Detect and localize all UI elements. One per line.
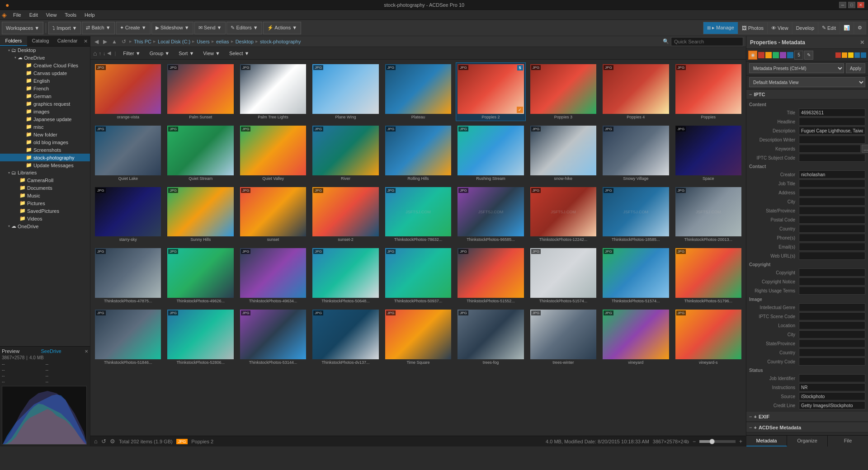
breadcrumb-users[interactable]: Users (197, 39, 210, 44)
thumb-item[interactable]: JPGQuiet Stream (165, 124, 235, 183)
folder-desktop[interactable]: ▾ 🗂 Desktop (0, 47, 90, 54)
thumb-item[interactable]: JPGJSFTSJ.COMThinkstockPhotos-20013... (674, 185, 743, 244)
metadata-preset-select[interactable]: Metadata Presets (Ctrl+M) (749, 63, 844, 73)
phone-input[interactable] (799, 234, 865, 242)
thumb-item[interactable]: JPGJSFTSJ.COMThinkstockPhotos-12242... (528, 185, 598, 244)
folder-libraries[interactable]: ▾ 🗂 Libraries (0, 169, 90, 176)
view-btn[interactable]: View ▼ (199, 48, 224, 58)
thumb-item[interactable]: JPGJSFTSJ.COMThinkstockPhotos-18585... (601, 185, 670, 244)
folder-stock-photography[interactable]: 📁 stock-photography (0, 154, 90, 161)
swatch-blue2[interactable] (861, 52, 866, 58)
folder-english[interactable]: 📁 English (0, 77, 90, 85)
zoom-handle[interactable] (709, 439, 715, 444)
edit-btn[interactable]: ✎ Edit (818, 22, 840, 34)
folder-music[interactable]: 📁 Music (0, 192, 90, 199)
thumb-item[interactable]: JPGJSFTSJ.COMThinkstockPhotos-96585... (456, 185, 525, 244)
address-input[interactable] (799, 188, 865, 197)
zoom-out-btn[interactable]: − (693, 438, 696, 445)
tab-catalog[interactable]: Catalog (27, 36, 54, 46)
keywords-expand-btn[interactable]: … (862, 145, 868, 153)
web-input[interactable] (799, 252, 865, 260)
metadata-view-select[interactable]: Default Metadata View (749, 77, 865, 87)
folder-onedrive2[interactable]: ▾ ☁ OneDrive (0, 222, 90, 230)
country-input[interactable] (799, 225, 865, 233)
keywords-input[interactable] (799, 145, 861, 153)
workspaces-btn[interactable]: Workspaces ▼ (2, 22, 43, 34)
sort-btn[interactable]: Sort ▼ (175, 48, 198, 58)
color-blue2-btn[interactable] (787, 52, 793, 58)
folder-creative-cloud[interactable]: 📁 Creative Cloud Files (0, 61, 90, 69)
color-yellow-btn[interactable] (765, 52, 772, 58)
home-btn[interactable]: ⌂ (93, 50, 97, 57)
thumb-item[interactable]: JPGThinkstockPhotos-53144... (238, 308, 308, 367)
tab-metadata[interactable]: Metadata (746, 436, 787, 446)
folder-savedpictures[interactable]: 📁 SavedPictures (0, 207, 90, 215)
sidebar-close-btn[interactable]: ✕ (81, 36, 90, 46)
preview-close-btn[interactable]: ✕ (85, 349, 88, 354)
tab-calendar[interactable]: Calendar (54, 36, 81, 46)
menu-help[interactable]: Help (81, 11, 99, 19)
thumb-item[interactable]: JPGThinkstockPhotos-dv137... (311, 308, 380, 367)
status-home-btn[interactable]: ⌂ (94, 438, 98, 445)
thumb-item[interactable]: JPGorange-vista (93, 62, 163, 121)
menu-view[interactable]: View (42, 11, 61, 19)
thumb-item[interactable]: JPGPoppies 4 (601, 62, 670, 121)
thumb-item[interactable]: JPGThinkstockPhotos-50648... (311, 246, 380, 305)
status-refresh-btn[interactable]: ↺ (101, 438, 106, 445)
apply-btn[interactable]: Apply (846, 63, 865, 73)
title-input[interactable] (799, 108, 865, 117)
country-code-input[interactable] (799, 357, 865, 366)
sort-desc-btn[interactable]: ↓ (103, 51, 106, 56)
thumb-item[interactable]: JPGPlateau (383, 62, 453, 121)
thumb-item[interactable]: JPGThinkstockPhotos-52806... (165, 308, 235, 367)
breadcrumb-pc[interactable]: This PC (134, 39, 151, 44)
back-btn[interactable]: ◀ (93, 38, 100, 45)
thumb-item[interactable]: JPGSnowy Village (601, 124, 670, 183)
tab-file[interactable]: File (828, 436, 868, 446)
menu-file[interactable]: File (9, 11, 25, 19)
folder-canvas[interactable]: 📁 Canvas update (0, 69, 90, 77)
seedrive-link[interactable]: SeeDrive (41, 348, 61, 354)
thumb-item[interactable]: JPGsunset-2 (311, 185, 380, 244)
exif-header[interactable]: + EXIF (746, 412, 868, 422)
breadcrumb-desktop[interactable]: Desktop (236, 39, 254, 44)
photos-btn[interactable]: 🖼 Photos (738, 22, 768, 34)
state-input[interactable] (799, 207, 865, 215)
rating-5-btn[interactable]: 5 (794, 51, 803, 60)
thumb-item[interactable]: JPGQuiet Valley (238, 124, 308, 183)
view-btn[interactable]: 👁 View (768, 22, 793, 34)
folder-graphics[interactable]: 📁 graphics request (0, 100, 90, 108)
thumb-item[interactable]: JPGvineyard-s (674, 308, 743, 367)
nav-back-btn[interactable]: ◀ (107, 50, 111, 56)
thumb-item[interactable]: JPGThinkstockPhotos-51846... (93, 308, 163, 367)
job-id-input[interactable] (799, 374, 865, 382)
city-input[interactable] (799, 197, 865, 206)
thumb-item[interactable]: JPGsunset (238, 185, 308, 244)
thumb-item[interactable]: JPGQuiet Lake (93, 124, 163, 183)
rights-input[interactable] (799, 287, 865, 295)
folder-videos[interactable]: 📁 Videos (0, 215, 90, 222)
folder-pictures[interactable]: 📁 Pictures (0, 199, 90, 207)
folder-cameraroll[interactable]: 📁 CameraRoll (0, 176, 90, 184)
thumb-item[interactable]: JPGPalm Tree Lights (238, 62, 308, 121)
refresh-btn[interactable]: ↺ (120, 38, 127, 45)
minimize-btn[interactable]: ─ (839, 2, 846, 8)
thumb-item[interactable]: JPGPalm Sunset (165, 62, 235, 121)
folder-blog-images[interactable]: 📁 old blog images (0, 138, 90, 146)
up-btn[interactable]: ▲ (110, 38, 118, 45)
breadcrumb-disk[interactable]: Local Disk (C:) (158, 39, 190, 44)
thumb-item[interactable]: JPGThinkstockPhotos-47875... (93, 246, 163, 305)
send-btn[interactable]: ✉ Send ▼ (194, 22, 226, 34)
swatch-yellow[interactable] (848, 52, 854, 58)
email-input[interactable] (799, 243, 865, 251)
thumb-item[interactable]: JPG5✓Poppies 2 (456, 62, 525, 121)
thumb-item[interactable]: JPGThinkstockPhotos-49626... (165, 246, 235, 305)
thumb-item[interactable]: JPGThinkstockPhotos-49634... (238, 246, 308, 305)
manage-btn[interactable]: ⊞ ▸ Manage (703, 22, 738, 34)
copyright-input[interactable] (799, 268, 865, 277)
tab-folders[interactable]: Folders (0, 36, 27, 46)
settings-btn[interactable]: ⚙ (854, 22, 866, 34)
creator-input[interactable] (799, 170, 865, 179)
color-orange-btn[interactable]: ◉ (748, 51, 757, 60)
folder-documents[interactable]: 📁 Documents (0, 184, 90, 192)
